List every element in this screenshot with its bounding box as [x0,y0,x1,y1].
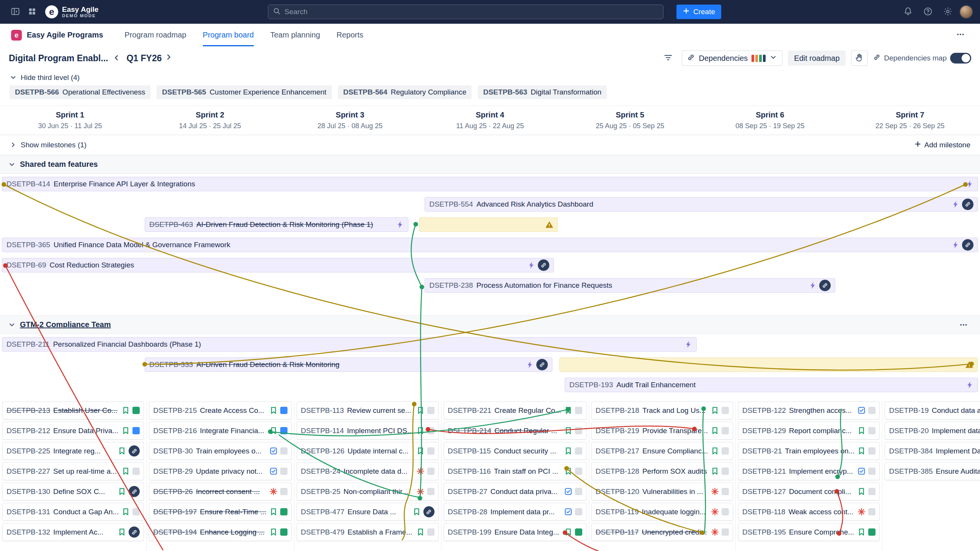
search-input[interactable] [284,8,658,16]
section-more-button[interactable] [955,317,972,333]
link-badge[interactable] [962,199,973,210]
issue-card[interactable]: DSETPB-119Inadequate loggin... [591,503,733,521]
issue-card[interactable]: DSETPB-126Update internal c... [297,442,439,460]
issue-card[interactable]: DSETPB-113Review current se... [297,401,439,419]
app-logo[interactable]: e Easy Agile DEMO MODE [45,5,98,18]
issue-card[interactable]: DSETPB-218Track and Log Us... [591,401,733,419]
dependencies-button[interactable]: Dependencies [682,51,782,66]
issue-card[interactable]: DSETPB-122Strengthen acces... [738,401,880,419]
issue-card[interactable]: DSETPB-199Ensure Data Integ... [444,523,586,541]
sidebar-toggle-button[interactable] [7,3,24,20]
issue-card[interactable]: DSETPB-118Weak access cont... [738,503,880,521]
create-button[interactable]: Create [676,5,721,19]
issue-card[interactable]: DSETPB-27Conduct data priva... [444,483,586,500]
issue-card[interactable]: DSETPB-121Implement encryp... [738,462,880,480]
sprint-column-header[interactable]: Sprint 130 Jun 25 · 11 Jul 25 [0,111,140,135]
dependency-link-badge[interactable] [129,445,140,456]
tab-program-roadmap[interactable]: Program roadmap [124,24,186,46]
third-level-toggle[interactable]: Hide third level (4) [0,70,980,85]
issue-card[interactable]: DSETPB-28Implement data pr... [444,503,586,521]
issue-card[interactable]: DSETPB-128Perform SOX audits [591,462,733,480]
user-avatar[interactable] [959,5,973,19]
issue-card[interactable]: DSETPB-24Incomplete data d... [297,462,439,480]
settings-button[interactable] [939,3,956,20]
issue-card[interactable]: DSETPB-195Ensure Comprehe... [738,523,880,541]
sprint-column-header[interactable]: Sprint 411 Aug 25 · 22 Aug 25 [420,111,560,135]
board-more-button[interactable] [952,28,969,43]
issue-card[interactable]: DSETPB-19Conduct data audit [885,401,980,419]
issue-card[interactable]: DSETPB-127Document compli... [738,483,880,500]
notifications-button[interactable] [900,3,916,20]
feature-bar[interactable]: DSETPB-333AI-Driven Fraud Detection & Ri… [145,357,552,372]
app-switcher-button[interactable] [24,3,41,20]
sprint-column-header[interactable]: Sprint 214 Jul 25 · 25 Jul 25 [140,111,280,135]
tab-team-planning[interactable]: Team planning [270,24,320,46]
tab-reports[interactable]: Reports [336,24,363,46]
global-search[interactable] [268,5,663,19]
feature-bar[interactable]: DSETPB-463AI-Driven Fraud Detection & Ri… [145,217,408,232]
issue-card[interactable]: DSETPB-217Ensure Complianc... [591,442,733,460]
link-badge[interactable] [538,259,549,271]
epic-chip[interactable]: DSETPB-566Operational Effectiveness [10,85,150,99]
issue-card[interactable]: DSETPB-477Ensure Data ... [297,503,439,521]
issue-card[interactable]: DSETPB-216Integrate Financia... [149,422,292,440]
issue-card[interactable]: DSETPB-194Enhance Logging ... [149,523,292,541]
section-title[interactable]: Shared team features [20,160,98,169]
issue-card[interactable]: DSETPB-117Unencrypted credi... [591,523,733,541]
issue-card[interactable]: DSETPB-130Define SOX C... [2,483,144,500]
dependency-link-badge[interactable] [129,486,140,497]
issue-card[interactable]: DSETPB-131Conduct a Gap An... [2,503,144,521]
link-badge[interactable] [536,359,548,370]
issue-card[interactable]: DSETPB-29Update privacy not... [149,462,292,480]
issue-card[interactable]: DSETPB-213Establish User Co... [2,401,144,419]
issue-card[interactable]: DSETPB-26Incorrect consent ... [149,483,292,500]
tab-program-board[interactable]: Program board [203,24,254,46]
issue-card[interactable]: DSETPB-116Train staff on PCI ... [444,462,586,480]
epic-chip[interactable]: DSETPB-563Digital Transformation [478,85,607,99]
feature-bar[interactable]: DSETPB-414Enterprise Finance API Layer &… [2,177,978,191]
issue-card[interactable]: DSETPB-214Conduct Regular ... [444,422,586,440]
issue-card[interactable]: DSETPB-212Ensure Data Priva... [2,422,144,440]
issue-card[interactable]: DSETPB-114Implement PCI DS... [297,422,439,440]
link-badge[interactable] [962,239,973,251]
issue-card[interactable]: DSETPB-384Implement Data V... [885,442,980,460]
show-milestones-toggle[interactable]: Show milestones (1) [10,141,87,149]
edit-roadmap-button[interactable]: Edit roadmap [788,51,846,66]
feature-bar[interactable]: DSETPB-193Audit Trail Enhancement [565,378,978,392]
issue-card[interactable]: DSETPB-25Non-compliant thir... [297,483,439,500]
issue-card[interactable]: DSETPB-215Create Access Co... [149,401,292,419]
chevron-down-icon[interactable] [8,161,16,168]
sprint-column-header[interactable]: Sprint 328 Jul 25 · 08 Aug 25 [280,111,420,135]
filter-button[interactable] [660,51,676,66]
epic-chip[interactable]: DSETPB-564Regulatory Compliance [338,85,472,99]
issue-card[interactable]: DSETPB-120Vulnerabilities in ... [591,483,733,500]
feature-bar[interactable]: DSETPB-69Cost Reduction Strategies [2,258,554,272]
feature-bar[interactable]: DSETPB-238Process Automation for Finance… [425,278,835,293]
sprint-column-header[interactable]: Sprint 525 Aug 25 · 05 Sep 25 [560,111,700,135]
help-button[interactable] [920,3,936,20]
issue-card[interactable]: DSETPB-219Provide Transpare... [591,422,733,440]
issue-card[interactable]: DSETPB-225Integrate reg... [2,442,144,460]
issue-card[interactable]: DSETPB-221Create Regular Co... [444,401,586,419]
section-title[interactable]: GTM-2 Compliance Team [20,320,111,329]
chevron-down-icon[interactable] [8,321,16,329]
sprint-column-header[interactable]: Sprint 608 Sep 25 · 19 Sep 25 [700,111,840,135]
increment-selector[interactable]: Q1 FY26 [126,53,173,64]
issue-card[interactable]: DSETPB-21Train employees on... [738,442,880,460]
feature-bar[interactable]: DSETPB-554Advanced Risk Analytics Dashbo… [425,197,978,212]
feature-bar[interactable]: DSETPB-211Personalized Financial Dashboa… [2,337,697,352]
sprint-column-header[interactable]: Sprint 722 Sep 25 · 26 Sep 25 [840,111,980,135]
dependency-link-badge[interactable] [129,527,140,538]
dependencies-map-toggle[interactable] [950,53,971,64]
dependency-link-badge[interactable] [423,506,434,517]
issue-card[interactable]: DSETPB-132Implement Ac... [2,523,144,541]
issue-card[interactable]: DSETPB-30Train employees o... [149,442,292,460]
issue-card[interactable]: DSETPB-479Establish a Frame... [297,523,439,541]
add-milestone-button[interactable]: Add milestone [914,140,970,150]
link-badge[interactable] [819,280,831,291]
issue-card[interactable]: DSETPB-197Ensure Real-Time ... [149,503,292,521]
issue-card[interactable]: DSETPB-227Set up real-time a... [2,462,144,480]
previous-increment-button[interactable] [108,51,125,66]
epic-chip[interactable]: DSETPB-565Customer Experience Enhancemen… [157,85,332,99]
issue-card[interactable]: DSETPB-129Report complianc... [738,422,880,440]
